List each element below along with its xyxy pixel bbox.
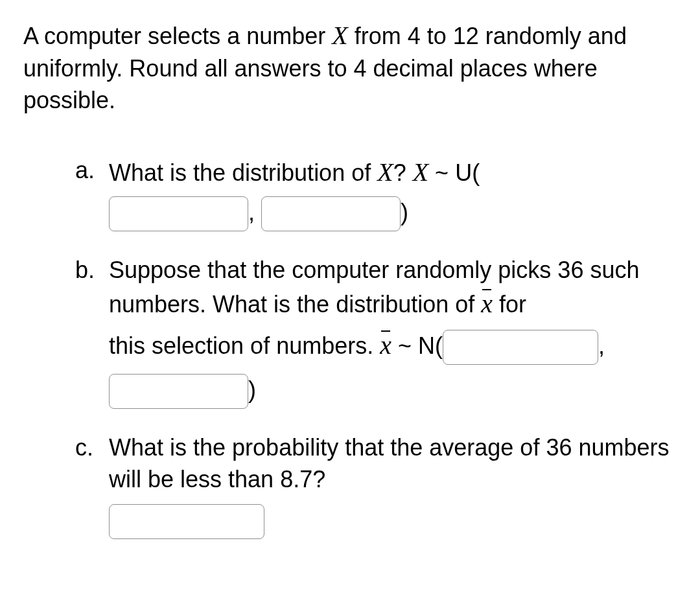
b-input-row2: ) [109, 374, 677, 409]
question-c: c. What is the probability that the aver… [75, 432, 677, 539]
c-input-row [109, 504, 677, 539]
a-dist: U( [455, 159, 480, 186]
question-b-line1: Suppose that the computer randomly picks… [109, 255, 677, 321]
a-input-lower[interactable] [109, 196, 248, 231]
b-comma: , [598, 332, 605, 359]
intro-pre: A computer selects a number [23, 23, 332, 49]
b-xbar2: x [380, 328, 391, 363]
b-tilde: ~ [391, 332, 418, 359]
marker-a: a. [75, 155, 95, 187]
a-q: ? [393, 159, 413, 186]
a-pre: What is the distribution of [109, 159, 377, 186]
intro-var-x: X [332, 21, 347, 50]
b-line1-text: Suppose that the computer randomly picks… [109, 257, 639, 318]
a-tilde: ~ [428, 159, 455, 186]
marker-c: c. [75, 432, 93, 464]
a-close: ) [401, 199, 408, 225]
question-a: a. What is the distribution of X? X ~ U(… [75, 155, 677, 231]
b-line2-pre: this selection of numbers. [109, 332, 380, 359]
question-a-body: What is the distribution of X? X ~ U( [109, 155, 677, 190]
c-input-probability[interactable] [109, 504, 264, 539]
a-input-row: , ) [109, 196, 677, 231]
b-xbar: x [481, 286, 493, 321]
b-input-mean[interactable] [443, 330, 598, 365]
intro-text: A computer selects a number X from 4 to … [23, 18, 677, 116]
question-b: b. Suppose that the computer randomly pi… [75, 255, 677, 409]
b-close: ) [248, 376, 256, 403]
b-dist: N( [418, 332, 443, 359]
a-var-x: X [377, 157, 393, 187]
b-line1-end: for [493, 291, 526, 318]
a-input-upper[interactable] [261, 196, 401, 231]
a-comma: , [248, 199, 255, 225]
question-b-line2: this selection of numbers. x ~ N(, [109, 328, 677, 365]
a-var-x2: X [413, 157, 428, 187]
marker-b: b. [75, 255, 95, 286]
question-c-text: What is the probability that the average… [109, 432, 677, 495]
b-input-sd[interactable] [109, 374, 248, 409]
question-list: a. What is the distribution of X? X ~ U(… [23, 155, 677, 539]
